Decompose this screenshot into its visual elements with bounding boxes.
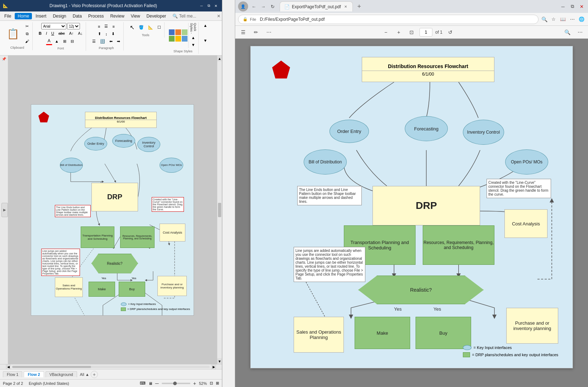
line-button[interactable]: 📐 [146,24,155,31]
page-input[interactable] [419,28,432,37]
ribbon-scroll-down[interactable]: ▼ [201,37,209,44]
menu-review[interactable]: Review [107,13,127,19]
back-button[interactable]: ← [250,3,257,10]
font-size-select[interactable]: 12pt. [67,23,80,29]
menu-data[interactable]: Data [70,13,85,19]
menu-developer[interactable]: Developer [144,13,169,19]
horizontal-scrollbar[interactable]: ◀ ▶ [0,364,222,369]
zoom-out-pdf[interactable]: − [381,27,391,37]
add-tab-button[interactable]: + [91,371,98,378]
tab-flow1[interactable]: Flow 1 [3,371,22,377]
new-tab-button[interactable]: + [355,2,364,11]
menu-file[interactable]: File [1,13,14,19]
scroll-up[interactable]: ▲ [189,34,197,41]
align-center[interactable]: ☰ [103,23,110,30]
indent-inc[interactable]: ⊞ [61,38,68,45]
menu-process[interactable]: Process [85,13,106,19]
plus-zoom[interactable]: + [193,381,196,386]
view-options-icon[interactable]: ⊞ [216,381,219,386]
note1: The Line Ends button and Line Pattern bu… [55,205,91,217]
menu-design[interactable]: Design [50,13,69,19]
menu-home[interactable]: Home [15,13,32,19]
right-scrollbar[interactable]: ▲ ▼ [217,56,222,364]
scroll-right-btn[interactable]: ▶ [211,364,216,369]
font-color[interactable]: A [46,37,52,45]
menu-view[interactable]: View [128,13,143,19]
minimize-browser[interactable]: ─ [559,3,566,10]
menu-tell-me[interactable]: 🔍 Tell me... [170,13,199,19]
align-left[interactable]: ≡ [96,23,102,30]
indent-dec[interactable]: ⊟ [69,38,76,45]
italic-button[interactable]: I [44,30,49,37]
align-bottom[interactable]: ⬇ [110,30,117,37]
increase-font[interactable]: A↑ [67,30,76,37]
monitor-icon[interactable]: 🖥 [148,381,152,386]
title-controls: ─ ⧉ ✕ [198,3,219,9]
align-middle[interactable]: ↕ [104,31,109,37]
search-pdf[interactable]: 🔍 [562,27,572,37]
scroll-thumb[interactable] [218,203,221,217]
browser-more[interactable]: ⋯ [569,16,576,23]
tab-flow2[interactable]: Flow 2 [24,371,44,377]
numbering[interactable]: 🔢 [98,38,107,45]
more-pdf[interactable]: ⋯ [575,27,585,37]
pdf-chart-date: 6/1/00 [362,71,494,77]
draw-tool[interactable]: ✏ [251,27,261,37]
star-bookmark[interactable]: ☆ [550,16,557,23]
align-top[interactable]: ⬆ [96,30,103,37]
scroll-down-btn[interactable]: ▼ [217,358,222,364]
fill-button[interactable]: 🪣 [137,24,146,31]
pdf-content[interactable]: Distribution Resources Flowchart 6/1/00 … [235,39,588,387]
reader-view[interactable]: 📖 [559,16,566,23]
address-input[interactable]: 🔒 File D:/Files/ExportPageToPdf_out.pdf [238,15,539,24]
restore-button[interactable]: ⧉ [205,3,212,9]
decrease-font[interactable]: A↓ [76,30,85,37]
bullets[interactable]: ☰ [90,38,98,45]
paste-button[interactable]: 📋 [4,26,23,42]
sidebar-toggle[interactable]: ▶ [1,203,8,217]
pin-icon[interactable]: 📌 [2,57,6,61]
align-right[interactable]: ≡ [110,23,116,30]
scroll-down[interactable]: ▼ [189,42,197,48]
edge-icon[interactable]: 🌐 [578,16,585,23]
scroll-left-btn[interactable]: ◀ [6,364,11,369]
h-scroll-thumb[interactable] [12,366,91,368]
tab-all[interactable]: All ▲ [80,372,89,377]
underline-button[interactable]: U [49,30,56,37]
indent-in[interactable]: ➡ [115,38,122,45]
indent-out[interactable]: ⬅ [108,38,114,45]
shadow-button[interactable]: ☐ [156,24,163,31]
pointer-tool[interactable]: ↖ [128,23,136,32]
close-browser[interactable]: ✕ [578,3,585,10]
minimize-button[interactable]: ─ [198,3,205,9]
refresh-button[interactable]: ↻ [269,3,276,10]
fit-page-pdf[interactable]: ⊡ [407,27,417,37]
font-name-select[interactable]: Arial [41,23,66,29]
zoom-slider[interactable] [162,383,190,384]
menu-insert[interactable]: Insert [33,13,49,19]
zoom-in-pdf[interactable]: + [394,27,404,37]
tab-vbackground[interactable]: VBackground [46,371,77,377]
rotate-pdf[interactable]: ↺ [445,27,455,37]
forward-button[interactable]: → [260,3,267,10]
format-painter[interactable]: 🖌 [23,38,31,44]
activation-close[interactable]: ✕ [217,14,220,19]
sidebar-toggle-pdf[interactable]: ☰ [238,27,248,37]
active-browser-tab[interactable]: 📄 ExportPageToPdf_out.pdf ✕ [280,1,353,11]
cut-button[interactable]: ✂ [23,23,31,30]
zoom-in-browser[interactable]: 🔍 [541,16,548,23]
strikethrough-button[interactable]: abc [57,30,67,37]
highlight[interactable]: ▲ [53,38,61,44]
ribbon-scroll-up[interactable]: ▲ [201,22,209,29]
copy-button[interactable]: ⧉ [23,30,31,37]
keyboard-icon[interactable]: ⌨ [140,381,146,386]
close-tab-button[interactable]: ✕ [343,4,348,9]
fit-page-icon[interactable]: ⊡ [210,381,213,386]
more-tools[interactable]: ⋯ [264,27,274,37]
canvas-container[interactable]: Distribution Resources Flowchart 6/1/00 … [8,56,217,364]
scroll-up-btn[interactable]: ▲ [217,56,222,61]
bold-button[interactable]: B [37,30,43,37]
maximize-browser[interactable]: ⧉ [569,3,576,10]
minus-zoom[interactable]: ─ [155,381,159,386]
close-button[interactable]: ✕ [213,3,219,9]
